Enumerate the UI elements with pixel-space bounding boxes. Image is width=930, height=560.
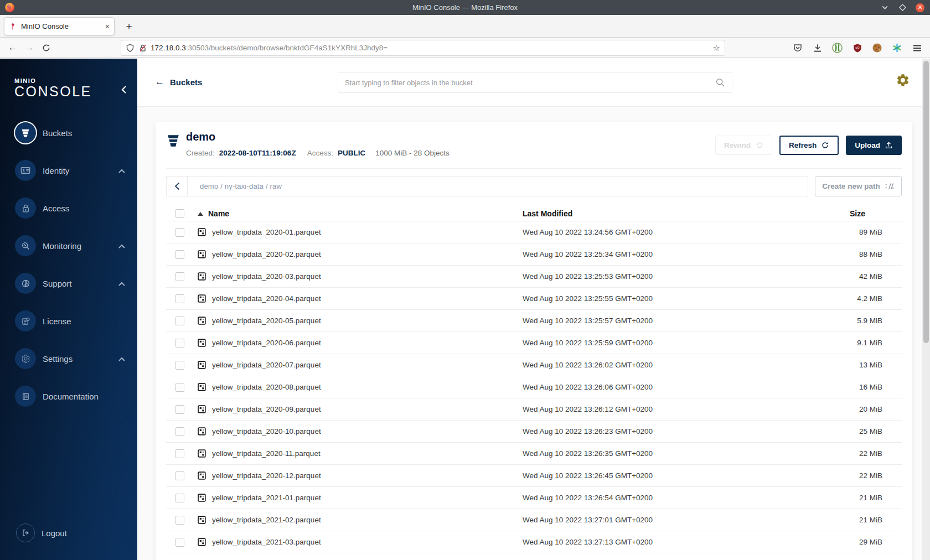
table-row[interactable]: yellow_tripdata_2020-11.parquet Wed Aug … [166, 443, 902, 465]
table-row[interactable]: yellow_tripdata_2020-10.parquet Wed Aug … [166, 421, 902, 443]
sidebar-item-logout[interactable]: Logout [0, 520, 137, 546]
ublock-origin-icon[interactable]: uO [852, 43, 862, 53]
row-checkbox[interactable] [175, 294, 184, 303]
sidebar-item-label: Buckets [43, 128, 137, 138]
console-settings-gear-icon[interactable] [896, 73, 910, 87]
table-row[interactable]: yellow_tripdata_2021-01.parquet Wed Aug … [166, 487, 902, 509]
table-row[interactable]: yellow_tripdata_2021-03.parquet Wed Aug … [166, 531, 902, 553]
cookie-extension-icon[interactable] [872, 43, 882, 53]
object-name[interactable]: yellow_tripdata_2020-08.parquet [212, 383, 321, 391]
table-row[interactable]: yellow_tripdata_2020-07.parquet Wed Aug … [166, 354, 902, 376]
sidebar-item-identity[interactable]: Identity [0, 157, 137, 184]
reload-button[interactable] [38, 40, 54, 55]
row-checkbox[interactable] [175, 272, 184, 281]
object-name[interactable]: yellow_tripdata_2020-02.parquet [212, 250, 321, 258]
object-name[interactable]: yellow_tripdata_2020-12.parquet [212, 471, 321, 480]
sidebar-item-buckets[interactable]: Buckets [0, 120, 137, 146]
table-row[interactable]: yellow_tripdata_2020-06.parquet Wed Aug … [166, 332, 902, 354]
row-checkbox[interactable] [175, 449, 184, 458]
chevron-up-icon[interactable] [118, 278, 125, 288]
sidebar-item-settings[interactable]: Settings [0, 345, 137, 372]
back-to-buckets-link[interactable]: ← Buckets [155, 76, 202, 87]
upload-button[interactable]: Upload [846, 136, 902, 155]
object-name[interactable]: yellow_tripdata_2020-07.parquet [212, 361, 321, 369]
row-checkbox[interactable] [175, 427, 184, 436]
row-checkbox[interactable] [175, 250, 184, 259]
back-button[interactable]: ← [4, 40, 21, 55]
table-row[interactable]: yellow_tripdata_2020-02.parquet Wed Aug … [166, 243, 902, 266]
window-close-button[interactable]: ✕ [916, 3, 924, 12]
object-name[interactable]: yellow_tripdata_2020-09.parquet [212, 405, 321, 413]
pocket-icon[interactable] [792, 43, 803, 53]
table-row[interactable]: yellow_tripdata_2020-04.parquet Wed Aug … [166, 288, 902, 310]
table-row[interactable]: yellow_tripdata_2020-08.parquet Wed Aug … [166, 376, 902, 398]
column-header-name[interactable]: Name [198, 209, 523, 218]
row-checkbox[interactable] [175, 383, 184, 392]
row-checkbox[interactable] [175, 516, 184, 525]
chevron-up-icon[interactable] [118, 354, 125, 364]
parquet-file-icon [198, 538, 206, 546]
browser-tab[interactable]: MinIO Console × [4, 17, 115, 35]
breadcrumb[interactable]: demo / ny-taxi-data / raw [200, 182, 282, 190]
object-name[interactable]: yellow_tripdata_2021-02.parquet [212, 516, 321, 524]
row-checkbox[interactable] [175, 538, 184, 547]
object-name[interactable]: yellow_tripdata_2020-06.parquet [212, 339, 321, 347]
asterisk-extension-icon[interactable] [892, 43, 902, 53]
object-name[interactable]: yellow_tripdata_2020-03.parquet [212, 272, 321, 281]
rewind-button[interactable]: Rewind [715, 136, 772, 155]
sidebar-item-license[interactable]: License [0, 308, 137, 334]
table-row[interactable]: yellow_tripdata_2020-01.parquet Wed Aug … [166, 221, 902, 243]
object-name[interactable]: yellow_tripdata_2020-10.parquet [212, 427, 321, 435]
object-name[interactable]: yellow_tripdata_2020-01.parquet [212, 228, 321, 236]
object-filter-input[interactable] [345, 79, 715, 87]
window-minimize-button[interactable] [880, 3, 889, 12]
path-back-button[interactable] [167, 177, 188, 196]
access-value[interactable]: PUBLIC [338, 149, 365, 157]
sidebar-item-support[interactable]: Support [0, 270, 137, 297]
sidebar-item-access[interactable]: Access [0, 195, 137, 221]
row-checkbox[interactable] [175, 228, 184, 237]
sidebar-item-label: Identity [43, 166, 118, 175]
chevron-up-icon[interactable] [118, 165, 125, 175]
sidebar-item-documentation[interactable]: Documentation [0, 383, 137, 409]
table-row[interactable]: yellow_tripdata_2020-12.parquet Wed Aug … [166, 465, 902, 487]
refresh-button[interactable]: Refresh [779, 136, 839, 155]
create-new-path-button[interactable]: Create new path [815, 176, 902, 196]
object-name[interactable]: yellow_tripdata_2021-03.parquet [212, 538, 321, 546]
row-checkbox[interactable] [175, 405, 184, 414]
tab-close-icon[interactable]: × [105, 22, 110, 31]
bookmark-star-icon[interactable]: ☆ [713, 43, 720, 53]
menu-hamburger-icon[interactable] [912, 43, 922, 53]
new-tab-button[interactable]: + [121, 18, 137, 35]
privacy-badger-icon[interactable] [832, 43, 843, 53]
scrollbar-thumb[interactable] [923, 61, 929, 343]
table-row[interactable]: yellow_tripdata_2020-09.parquet Wed Aug … [166, 398, 902, 421]
shield-icon[interactable] [126, 44, 135, 53]
url-bar[interactable]: 172.18.0.3:30503/buckets/demo/browse/bnk… [121, 40, 725, 56]
sidebar-collapse-icon[interactable] [121, 85, 127, 96]
table-row[interactable]: yellow_tripdata_2021-02.parquet Wed Aug … [166, 509, 902, 531]
table-row[interactable]: yellow_tripdata_2020-03.parquet Wed Aug … [166, 266, 902, 288]
url-text[interactable]: 172.18.0.3:30503/buckets/demo/browse/bnk… [151, 44, 713, 52]
object-name[interactable]: yellow_tripdata_2020-04.parquet [212, 294, 321, 303]
insecure-lock-icon[interactable] [138, 44, 147, 53]
object-modified: Wed Aug 10 2022 13:26:23 GMT+0200 [523, 427, 833, 435]
row-checkbox[interactable] [175, 471, 184, 480]
object-name[interactable]: yellow_tripdata_2021-01.parquet [212, 494, 321, 502]
select-all-checkbox[interactable] [175, 209, 184, 218]
page-scrollbar[interactable] [922, 59, 930, 560]
column-header-modified[interactable]: Last Modified [523, 209, 833, 218]
window-maximize-button[interactable] [898, 3, 907, 12]
row-checkbox[interactable] [175, 317, 184, 325]
column-header-size[interactable]: Size [833, 209, 882, 218]
row-checkbox[interactable] [175, 339, 184, 348]
object-name[interactable]: yellow_tripdata_2020-05.parquet [212, 317, 321, 325]
downloads-icon[interactable] [812, 43, 823, 53]
object-name[interactable]: yellow_tripdata_2020-11.parquet [212, 449, 321, 458]
row-checkbox[interactable] [175, 361, 184, 370]
row-checkbox[interactable] [175, 494, 184, 502]
chevron-up-icon[interactable] [118, 241, 125, 251]
table-row[interactable]: yellow_tripdata_2020-05.parquet Wed Aug … [166, 310, 902, 332]
sidebar-item-monitoring[interactable]: Monitoring [0, 232, 137, 259]
forward-button[interactable]: → [21, 40, 38, 55]
